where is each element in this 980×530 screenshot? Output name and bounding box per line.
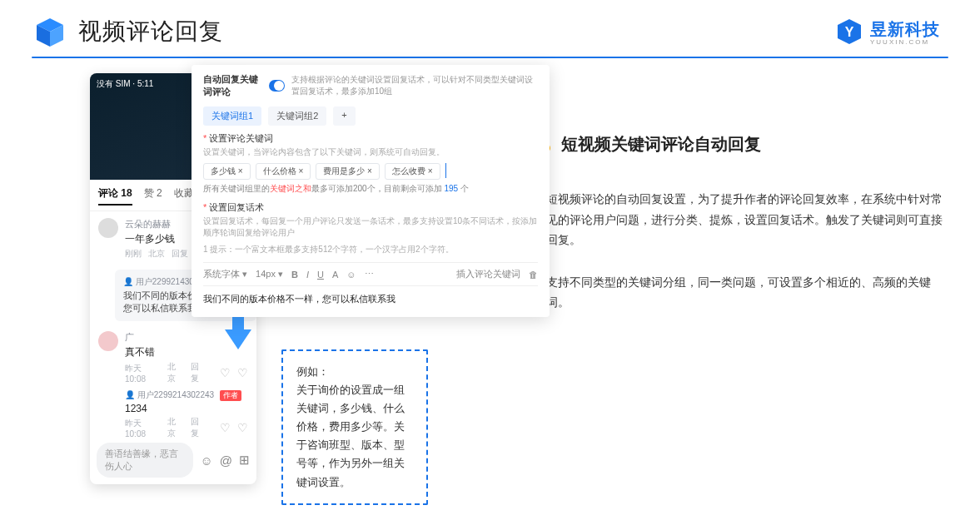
keyword-chip[interactable]: 怎么收费 × (385, 163, 440, 180)
underline-button[interactable]: U (317, 270, 324, 280)
reply-link[interactable]: 回复 (172, 248, 188, 260)
dislike-icon[interactable]: ♡ (237, 421, 248, 434)
bullet-text: 短视频评论的自动回复设置，为了提升作者的评论回复效率，在系统中针对常见的评论用户… (546, 189, 953, 250)
comment-meta: 北京 (148, 248, 165, 260)
comment-meta: 昨天10:08 (125, 363, 161, 384)
at-icon[interactable]: @ (220, 453, 232, 468)
user-icon: 👤 (125, 390, 135, 399)
comment-meta: 刚刚 (125, 248, 142, 260)
emoji-icon[interactable]: ☺ (200, 453, 212, 468)
link-button[interactable]: ⋯ (365, 269, 374, 280)
comment-text: 1234 (125, 403, 248, 414)
hint: 1 提示：一个富文本框最多支持512个字符，一个汉字占用2个字符。 (203, 244, 538, 255)
color-button[interactable]: A (332, 270, 338, 280)
author-badge: 作者 (220, 390, 241, 401)
reply-link[interactable]: 回复 (191, 416, 206, 439)
keyword-group-tab[interactable]: 关键词组1 (203, 106, 261, 126)
dislike-icon[interactable]: ♡ (237, 366, 248, 379)
settings-desc: 支持根据评论的关键词设置回复话术，可以针对不同类型关键词设置回复话术，最多添加1… (291, 74, 538, 97)
label-keywords: 设置评论关键词 (203, 132, 538, 145)
brand-logo: Y 昱新科技 YUUXIN.COM (835, 17, 940, 46)
reply-user: 用户2299214302243 (137, 390, 214, 399)
keyword-group-tab[interactable]: 关键词组2 (268, 106, 326, 126)
size-select[interactable]: 14px ▾ (256, 269, 283, 280)
page-title: 视频评论回复 (78, 16, 223, 47)
reply-content[interactable]: 我们不同的版本价格不一样，您可以私信联系我 (203, 293, 538, 305)
emoji-button[interactable]: ☺ (346, 270, 356, 280)
editor-toolbar: 系统字体 ▾ 14px ▾ B I U A ☺ ⋯ 插入评论关键词 🗑 (203, 262, 538, 286)
delete-button[interactable]: 🗑 (529, 270, 538, 280)
avatar (98, 331, 118, 351)
label-reply: 设置回复话术 (203, 201, 538, 214)
hint: 设置回复话术，每回复一个用户评论只发送一条话术，最多支持设置10条不同话术，按添… (203, 215, 538, 239)
tab-likes[interactable]: 赞 2 (144, 186, 162, 206)
auto-reply-toggle[interactable] (269, 80, 285, 92)
image-icon[interactable]: ⊞ (239, 453, 250, 468)
logo-text: 昱新科技 (870, 20, 940, 38)
italic-button[interactable]: I (306, 270, 309, 280)
reply-link[interactable]: 回复 (191, 361, 206, 384)
tab-comments[interactable]: 评论 18 (98, 186, 132, 206)
cursor (445, 163, 446, 178)
settings-title: 自动回复关键词评论 (203, 73, 262, 98)
section-title: 短视频关键词评论自动回复 (561, 133, 761, 156)
comment-meta: 北京 (167, 416, 183, 439)
comment-meta: 昨天10:08 (125, 418, 161, 438)
example-body: 关于询价的设置成一组关键词，多少钱、什么价格，费用多少等。关于咨询班型、版本、型… (296, 381, 413, 492)
svg-marker-5 (225, 329, 251, 349)
logo-subtext: YUUXIN.COM (870, 38, 940, 46)
bullet-text: 支持不同类型的关键词分组，同一类问题，可设置多个相近的、高频的关键词。 (546, 272, 953, 313)
add-group-button[interactable]: + (333, 106, 355, 126)
example-box: 例如： 关于询价的设置成一组关键词，多少钱、什么价格，费用多少等。关于咨询班型、… (281, 349, 428, 505)
hexagon-icon: Y (835, 17, 863, 46)
comment-input[interactable]: 善语结善缘，恶言伤人心 (97, 443, 193, 478)
avatar (98, 218, 118, 238)
bold-button[interactable]: B (291, 270, 298, 280)
svg-text:Y: Y (845, 25, 854, 39)
keyword-chip[interactable]: 多少钱 × (203, 163, 251, 180)
heart-icon[interactable]: ♡ (220, 421, 231, 434)
cube-icon (33, 15, 67, 48)
hint: 设置关键词，当评论内容包含了以下关键词，则系统可自动回复。 (203, 146, 538, 158)
keyword-chip[interactable]: 费用是多少 × (316, 163, 380, 180)
example-lead: 例如： (296, 363, 413, 381)
insert-keyword-button[interactable]: 插入评论关键词 (456, 268, 520, 280)
heart-icon[interactable]: ♡ (220, 366, 231, 379)
font-select[interactable]: 系统字体 ▾ (203, 268, 247, 280)
keyword-chip[interactable]: 什么价格 × (256, 163, 311, 180)
settings-card: 自动回复关键词评论 支持根据评论的关键词设置回复话术，可以针对不同类型关键词设置… (192, 65, 550, 317)
comment-meta: 北京 (167, 361, 183, 384)
keyword-counter: 所有关键词组里的关键词之和最多可添加200个，目前剩余可添加 195 个 (203, 183, 538, 195)
user-icon: 👤 (123, 277, 133, 286)
